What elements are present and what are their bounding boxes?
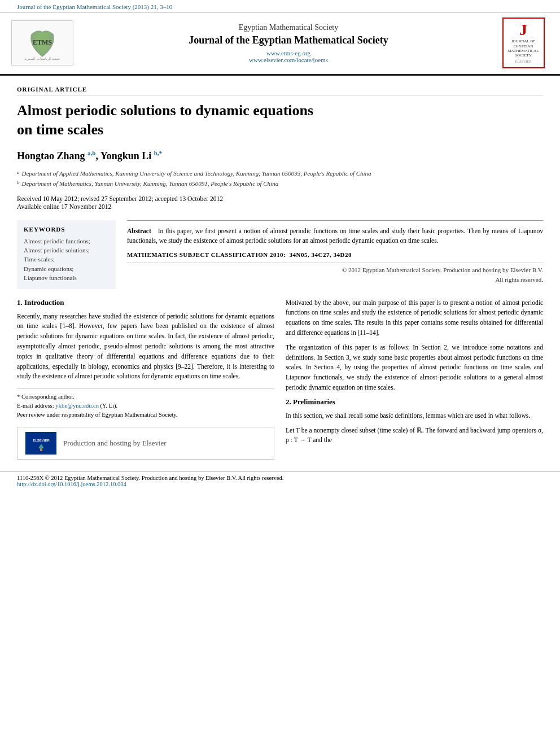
affil-b: b Department of Mathematics, Yunnan Univ… [17,179,543,189]
link1[interactable]: www.etms-eg.org [79,50,498,56]
article-title: Almost periodic solutions to dynamic equ… [17,101,543,139]
body-columns: 1. Introduction Recently, many researche… [17,298,543,460]
author2-name: Yongkun Li [100,150,152,161]
prelim-para2: Let T be a nonempty closed subset (time … [286,426,543,446]
abstract-text: Abstract In this paper, we first present… [127,226,543,246]
svg-text:ETMS: ETMS [33,38,52,46]
received-dates: Received 10 May 2012; revised 27 Septemb… [17,195,543,202]
abstract-label: Abstract [127,228,151,234]
title-line1: Almost periodic solutions to dynamic equ… [17,102,313,119]
intro-para3: The organization of this paper is as fol… [286,343,543,393]
issn-copyright: 1110-256X © 2012 Egyptian Mathematical S… [17,475,283,481]
svg-text:ELSEVIER: ELSEVIER [33,439,50,442]
keyword-4: Dynamic equations; [24,265,109,273]
journal-links: www.etms-eg.org www.elsevier.com/locate/… [79,50,498,63]
affil-b-sup: b [17,179,20,189]
affiliations: a Department of Applied Mathematics, Kun… [17,169,543,189]
journal-title: Journal of the Egyptian Mathematical Soc… [79,34,498,46]
link2[interactable]: www.elsevier.com/locate/joems [79,56,498,63]
elsevier-logo-svg: ELSEVIER [27,434,55,453]
keywords-box: KEYWORDS Almost periodic functions; Almo… [17,220,116,289]
keyword-2: Almost periodic solutions; [24,246,109,255]
abstract-section: Abstract In this paper, we first present… [127,220,543,259]
abstract-body: In this paper, we first present a notion… [127,228,543,244]
keyword-3: Time scales; [24,255,109,264]
doi-link[interactable]: http://dx.doi.org/10.1016/j.joems.2012.1… [17,481,126,487]
abstract-column: Abstract In this paper, we first present… [127,220,543,289]
affil-b-text: Department of Mathematics, Yunnan Univer… [22,179,279,189]
affil-a-sup: a [17,169,20,178]
header-center: Egyptian Mathematical Society Journal of… [79,23,498,63]
elsevier-journal-logo: J JOURNAL OFEGYPTIANMATHEMATICALSOCIETY … [498,18,549,68]
math-subject-classification-label: MATHEMATICS SUBJECT CLASSIFICATION 2010:… [127,251,543,258]
keyword-5: Liapunov functionals [24,274,109,282]
journal-citation: Journal of the Egyptian Mathematical Soc… [0,0,560,12]
author1-sup: a,b [88,150,95,156]
svg-rect-5 [40,448,42,451]
svg-text:جمعية الرياضيات المصرية: جمعية الرياضيات المصرية [24,57,60,61]
society-name: Egyptian Mathematical Society [79,23,498,32]
footnote-email: E-mail address: yklie@ynu.edu.cn (Y. Li)… [17,401,274,410]
elsevier-production-text: Production and hosting by Elsevier [63,439,167,448]
journal-j-icon: J [519,22,527,38]
body-left-col: 1. Introduction Recently, many researche… [17,298,274,460]
available-online: Available online 17 November 2012 [17,203,543,210]
email-link[interactable]: yklie@ynu.edu.cn [55,403,99,409]
journal-header: ETMS جمعية الرياضيات المصرية Egyptian Ma… [0,12,560,76]
abstract-section-wrapper: KEYWORDS Almost periodic functions; Almo… [17,220,543,289]
society-logo-left: ETMS جمعية الرياضيات المصرية [11,20,79,65]
affil-a-text: Department of Applied Mathematics, Kunmi… [22,169,371,178]
main-content: ORIGINAL ARTICLE Almost periodic solutio… [0,86,560,460]
authors-line: Hongtao Zhang a,b, Yongkun Li b,* [17,150,543,162]
elsevier-logo: ELSEVIER [25,432,56,455]
intro-para2: Motivated by the above, our main purpose… [286,298,543,338]
peer-review-note: Peer review under responsibility of Egyp… [17,410,274,420]
bottom-bar: 1110-256X © 2012 Egyptian Mathematical S… [0,471,560,491]
author2-sup: b,* [154,150,162,156]
email-suffix: (Y. Li). [100,403,117,409]
keywords-title: KEYWORDS [24,226,109,233]
keyword-1: Almost periodic functions; [24,237,109,246]
footnote-area: * Corresponding author. E-mail address: … [17,388,274,419]
prelim-para1: In this section, we shall recall some ba… [286,411,543,421]
intro-para1: Recently, many researches have studied t… [17,312,274,382]
etms-logo-svg: ETMS جمعية الرياضيات المصرية [17,23,68,63]
math-codes: 34N05, 34C27, 34D20 [290,251,352,258]
article-type-label: ORIGINAL ARTICLE [17,86,543,95]
elsevier-production-box: ELSEVIER Production and hosting by Elsev… [17,427,274,460]
prelim-heading: 2. Preliminaries [286,397,543,407]
keywords-column: KEYWORDS Almost periodic functions; Almo… [17,220,116,289]
body-right-col: Motivated by the above, our main purpose… [286,298,543,460]
affil-a: a Department of Applied Mathematics, Kun… [17,169,543,178]
email-label: E-mail address: [17,403,54,409]
copyright-notice: © 2012 Egyptian Mathematical Society. Pr… [127,263,543,284]
intro-heading: 1. Introduction [17,298,274,307]
title-line2: on time scales [17,121,103,138]
author1-name: Hongtao Zhang [17,150,85,161]
footnote-star: * Corresponding author. [17,392,274,401]
